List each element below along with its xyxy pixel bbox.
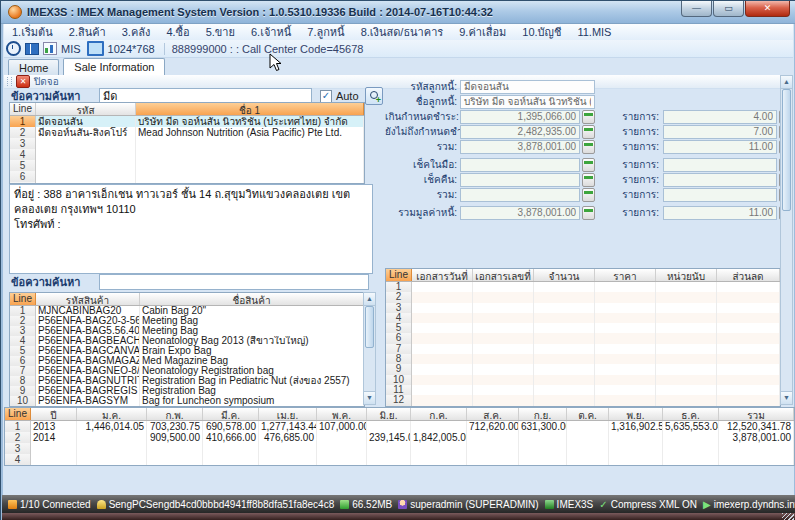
scrollbar-thumb[interactable] — [782, 89, 791, 211]
column-header[interactable]: หน่วยนับ — [656, 269, 717, 281]
field-detail-icon[interactable] — [582, 158, 595, 172]
menu-item[interactable]: 6.เจ้าหนี้ — [243, 23, 299, 41]
table-row[interactable]: 4 — [386, 313, 780, 323]
maximize-button[interactable]: ▭ — [713, 1, 744, 17]
table-row[interactable]: 2P56ENFA-BAG20-3-56Meeting Bag — [10, 316, 364, 326]
field-count-input[interactable] — [663, 140, 777, 154]
table-row[interactable]: 6P56ENFA-BAGMAGAZINEMed Magazine Bag — [10, 356, 364, 366]
field-value-input[interactable] — [460, 206, 580, 220]
table-row[interactable]: 1 — [386, 282, 780, 292]
table-row[interactable]: 2 — [386, 292, 780, 302]
column-header[interactable]: รวม — [719, 408, 794, 420]
field-value-input[interactable] — [460, 140, 580, 154]
resolution-label[interactable]: 1024*768 — [108, 43, 155, 55]
table-row[interactable]: 7P56ENFA-BAGNEO-8/13Neonatology Registra… — [10, 366, 364, 376]
field-detail-icon[interactable] — [582, 188, 595, 202]
field-detail-icon[interactable] — [582, 173, 595, 187]
field-detail-icon[interactable] — [582, 110, 595, 124]
column-header[interactable]: ก.ค. — [411, 408, 467, 420]
scroll-down-icon[interactable]: ▼ — [781, 391, 792, 404]
column-header[interactable]: เอกสารวันที่ — [412, 269, 473, 281]
table-row[interactable]: 6 — [10, 171, 364, 182]
column-header[interactable]: รหัส — [36, 103, 136, 115]
table-row[interactable]: 4P56ENFA-BAGBEACHขาวNeonatology Bag 2013… — [10, 336, 364, 346]
column-header[interactable]: ชื่อสินค้า — [140, 293, 364, 305]
table-row[interactable]: 3 — [5, 443, 794, 454]
menu-item[interactable]: 11.MIS — [569, 26, 619, 38]
column-header[interactable]: ต.ค. — [567, 408, 609, 420]
table-row[interactable]: 9 — [386, 364, 780, 374]
table-row[interactable]: 12 — [386, 395, 780, 405]
minimize-button[interactable]: — — [681, 1, 712, 17]
table-row[interactable]: 10P56ENFA-BAGSYMBag for Luncheon symposi… — [10, 396, 364, 406]
scroll-down-icon[interactable]: ▼ — [364, 391, 375, 404]
table-row[interactable]: 5P56ENFA-BAGCANVASEX..Brain Expo Bag — [10, 346, 364, 356]
table-row[interactable]: 9P56ENFA-BAGREGISRegistration Bag — [10, 386, 364, 396]
column-header[interactable]: Line — [10, 103, 36, 115]
column-header[interactable]: จำนวน — [534, 269, 595, 281]
field-count-input[interactable] — [663, 188, 777, 202]
column-header[interactable]: ราคา — [595, 269, 656, 281]
table-row[interactable]: 1มีดจอนสันบริษัท มีด จอห์นสัน นิวทริชัน … — [10, 116, 364, 127]
monitor-icon[interactable] — [87, 41, 104, 56]
column-header[interactable]: ปี — [31, 408, 77, 420]
product-search-input[interactable] — [99, 274, 369, 290]
menu-item[interactable]: 7.ลูกหนี้ — [299, 23, 352, 41]
table-row[interactable]: 5 — [10, 160, 364, 171]
scrollbar-thumb[interactable] — [365, 306, 374, 348]
field-detail-icon[interactable] — [582, 140, 595, 154]
product-scrollbar[interactable]: ▲ ▼ — [363, 292, 376, 405]
tab-home[interactable]: Home — [8, 59, 59, 75]
menu-item[interactable]: 9.ค่าเสื่อม — [451, 23, 514, 41]
field-value-input[interactable] — [460, 125, 580, 139]
mis-button[interactable]: MIS — [61, 43, 81, 55]
table-row[interactable]: 4 — [5, 454, 794, 465]
field-count-input[interactable] — [663, 110, 777, 124]
table-row[interactable]: 8 — [386, 354, 780, 364]
field-value-input[interactable] — [460, 188, 580, 202]
table-row[interactable]: 3 — [10, 138, 364, 149]
menu-item[interactable]: 1.เริ่มต้น — [4, 23, 61, 41]
menu-item[interactable]: 4.ซื้อ — [158, 23, 197, 41]
column-header[interactable]: มี.ค. — [203, 408, 259, 420]
table-row[interactable]: 2มีดจอห์นสัน-สิงคโปร์Mead Johnson Nutrit… — [10, 127, 364, 138]
tab-sale-information[interactable]: Sale Information — [63, 58, 165, 75]
close-button[interactable]: ✕ — [745, 1, 790, 17]
menu-item[interactable]: 3.คลัง — [114, 23, 159, 41]
scroll-up-icon[interactable]: ▲ — [781, 76, 792, 89]
table-row[interactable]: 8P56ENFA-BAGNUTRITIO..Registration Bag i… — [10, 376, 364, 386]
menu-item[interactable]: 5.ขาย — [198, 23, 243, 41]
column-header[interactable]: ชื่อ 1 — [136, 103, 364, 115]
column-header[interactable]: ส.ค. — [467, 408, 519, 420]
auto-checkbox[interactable]: ✓ — [320, 90, 332, 103]
mis-chart-icon[interactable] — [43, 42, 57, 55]
column-header[interactable]: เอกสารเลขที่ — [473, 269, 534, 281]
menu-item[interactable]: 10.บัญชี — [514, 23, 569, 41]
field-count-input[interactable] — [663, 125, 777, 139]
table-row[interactable]: 7 — [386, 344, 780, 354]
layout-icon[interactable] — [25, 43, 39, 55]
menu-item[interactable]: 8.เงินสด/ธนาคาร — [353, 23, 452, 41]
clock-icon[interactable] — [6, 41, 21, 56]
column-header[interactable]: ม.ค. — [77, 408, 147, 420]
table-row[interactable]: 4 — [10, 149, 364, 160]
table-row[interactable]: 1MJNCABINBAG20Cabin Bag 20" — [10, 306, 364, 316]
column-header[interactable]: รหัสสินค้า — [36, 293, 140, 305]
field-value-input[interactable] — [460, 95, 595, 109]
column-header[interactable]: Line — [386, 269, 412, 281]
field-value-input[interactable] — [460, 110, 580, 124]
column-header[interactable]: ส่วนลด — [717, 269, 780, 281]
field-value-input[interactable] — [460, 80, 595, 94]
table-row[interactable]: 22014909,500.00410,666.00476,685.00239,1… — [5, 432, 794, 443]
field-count-input[interactable] — [663, 173, 777, 187]
column-header[interactable]: พ.ย. — [609, 408, 663, 420]
panel-scrollbar[interactable]: ▲ ▼ — [780, 75, 793, 405]
field-value-input[interactable] — [460, 158, 580, 172]
table-row[interactable]: 10 — [386, 375, 780, 385]
table-row[interactable]: 11 — [386, 385, 780, 395]
table-row[interactable]: 5 — [386, 323, 780, 333]
menu-item[interactable]: 2.สินค้า — [61, 23, 114, 41]
resize-grip[interactable] — [782, 513, 794, 520]
column-header[interactable]: Line — [10, 293, 36, 305]
table-row[interactable]: 6 — [386, 333, 780, 343]
